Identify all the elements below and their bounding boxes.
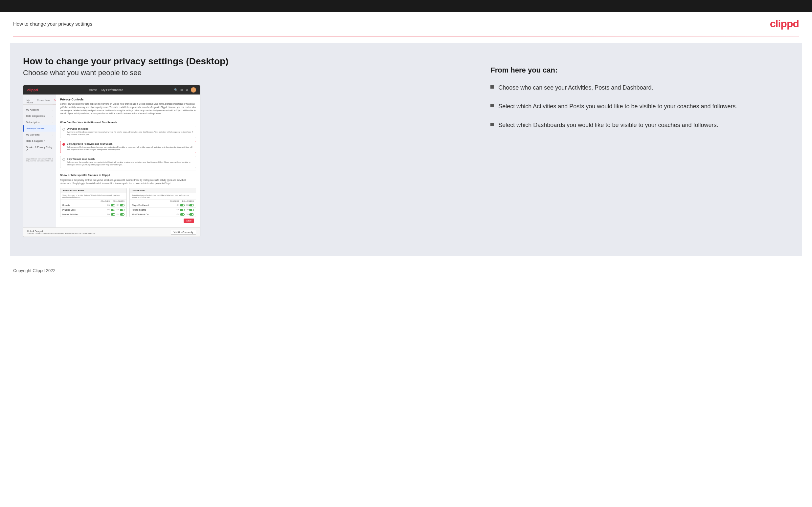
mock-activities-desc: Select the types of activity that you'd … bbox=[60, 193, 126, 200]
mock-sidebar-subscription-label: Subscription bbox=[26, 121, 39, 124]
mock-dashboards-desc: Select the types of activity that you'd … bbox=[130, 193, 196, 200]
mock-toggle-switch-11 bbox=[180, 213, 185, 216]
mock-divider-1 bbox=[60, 118, 196, 118]
mock-sidebar-tabs: My Profile Connections Settings bbox=[23, 97, 56, 105]
mock-activities-header: Activities and Posts bbox=[60, 188, 126, 193]
mock-sidebar-data: Data Integrations › bbox=[23, 113, 56, 119]
mock-radio-onlyyou: Only You and Your Coach Only you and the… bbox=[60, 156, 196, 168]
mock-drills-controls: ON ON bbox=[107, 209, 125, 211]
mock-col-followers-1: FOLLOWERS bbox=[113, 200, 124, 202]
bullet-list: Choose who can see your Activities, Post… bbox=[491, 84, 789, 130]
top-bar bbox=[0, 0, 812, 12]
mock-activities-box: Activities and Posts Select the types of… bbox=[60, 188, 127, 217]
mock-row-rounds: Rounds ON ON bbox=[60, 203, 126, 208]
mock-toggle-switch-6 bbox=[120, 213, 124, 216]
mock-radio-label-everyone: Everyone on Clippd bbox=[67, 128, 194, 130]
mock-sidebar-golfbag-label: My Golf Bag bbox=[26, 133, 39, 136]
left-panel: How to change your privacy settings (Des… bbox=[23, 56, 471, 243]
mock-version: Clippd Client Version: 2022.8.2 SQL Serv… bbox=[23, 156, 56, 164]
mock-drills-followers-toggle: ON bbox=[117, 209, 124, 211]
mock-version-sql: SQL Server Version: 2022.7.30 bbox=[26, 160, 53, 162]
mock-nav: clippd Home My Performance 🔍 ⊞ ⚙ bbox=[23, 85, 200, 95]
mock-player-controls: ON ON bbox=[177, 204, 194, 207]
mock-settings-icon: ⚙ bbox=[186, 88, 188, 92]
mock-toggle-switch-4 bbox=[120, 209, 124, 211]
header-divider bbox=[13, 36, 799, 37]
mock-radio-dot-approved bbox=[62, 143, 65, 146]
mock-sidebar-privacy-label: Privacy Controls bbox=[27, 127, 45, 130]
mock-toggle-switch-10 bbox=[189, 209, 194, 211]
bullet-item-1: Choose who can see your Activities, Post… bbox=[491, 84, 789, 92]
right-panel: From here you can: Choose who can see yo… bbox=[484, 56, 789, 243]
mock-what-coaches-toggle: ON bbox=[177, 213, 185, 216]
mock-row-player-dashboard: Player Dashboard ON ON bbox=[130, 203, 196, 208]
logo: clippd bbox=[770, 18, 799, 30]
header-title: How to change your privacy settings bbox=[13, 21, 92, 26]
mock-grid-icon: ⊞ bbox=[180, 88, 183, 92]
mock-activities-cols: COACHES FOLLOWERS bbox=[60, 200, 126, 203]
mock-divider-2 bbox=[60, 171, 196, 171]
mock-row-manual: Manual Activities ON ON bbox=[60, 212, 126, 217]
bullet-square-2 bbox=[491, 104, 494, 107]
mock-row-what-to-work: What To Work On ON ON bbox=[130, 212, 196, 217]
page-heading: How to change your privacy settings (Des… bbox=[23, 56, 471, 67]
mock-row-drills: Practice Drills ON ON bbox=[60, 208, 126, 212]
mock-round-insights-label: Round Insights bbox=[132, 209, 146, 211]
mock-save-button[interactable]: Save bbox=[184, 219, 194, 223]
mock-main-area: Privacy Controls Control how you and you… bbox=[56, 95, 200, 227]
screenshot-mockup: clippd Home My Performance 🔍 ⊞ ⚙ My Pro bbox=[23, 85, 200, 237]
from-here-title: From here you can: bbox=[491, 66, 789, 74]
mock-drills-label: Practice Drills bbox=[62, 209, 75, 211]
mock-nav-performance: My Performance bbox=[101, 88, 123, 92]
mock-radio-desc-approved: Only approved followers and coaches you … bbox=[67, 146, 194, 151]
mock-what-controls: ON ON bbox=[177, 213, 194, 216]
mock-sidebar-help: Help & Support ↗ bbox=[23, 138, 56, 144]
bullet-square-3 bbox=[491, 123, 494, 126]
mock-dashboards-header: Dashboards bbox=[130, 188, 196, 193]
mock-tab-connections: Connections bbox=[36, 99, 51, 104]
mock-help-title: Help & Support bbox=[27, 230, 96, 232]
mock-radio-desc-onlyyou: Only you and the coaches you connect wit… bbox=[67, 161, 194, 166]
mock-help-content: Help & Support Visit our Clippd communit… bbox=[27, 230, 96, 234]
mock-rounds-followers-toggle: ON bbox=[117, 204, 124, 207]
mock-round-insights-controls: ON ON bbox=[177, 209, 194, 211]
mock-rounds-controls: ON ON bbox=[107, 204, 125, 207]
mock-toggle-switch-3 bbox=[111, 209, 115, 211]
mock-rounds-label: Rounds bbox=[62, 204, 70, 207]
mock-radio-content-onlyyou: Only You and Your Coach Only you and the… bbox=[67, 158, 194, 166]
mock-help-section: Help & Support Visit our Clippd communit… bbox=[23, 227, 200, 237]
bullet-square-1 bbox=[491, 85, 494, 89]
mock-round-followers-toggle: ON bbox=[186, 209, 194, 211]
mock-player-followers-toggle: ON bbox=[186, 204, 194, 207]
mock-radio-label-approved: Only Approved Followers and Your Coach bbox=[67, 143, 194, 145]
mock-who-can-see-title: Who Can See Your Activities and Dashboar… bbox=[60, 121, 196, 124]
mock-toggle-switch-12 bbox=[189, 213, 194, 216]
mock-body: My Profile Connections Settings My Accou… bbox=[23, 95, 200, 227]
mock-what-to-work-label: What To Work On bbox=[132, 213, 148, 216]
mock-chevron-account: › bbox=[53, 109, 53, 111]
main-content: How to change your privacy settings (Des… bbox=[10, 43, 802, 256]
mock-sidebar-account: My Account › bbox=[23, 107, 56, 113]
mock-sidebar-privacy: Privacy Controls › bbox=[23, 125, 56, 131]
mock-manual-label: Manual Activities bbox=[62, 213, 78, 216]
mock-dashboards-box: Dashboards Select the types of activity … bbox=[130, 188, 196, 217]
mock-col-coaches-2: COACHES bbox=[170, 200, 179, 202]
mock-chevron-golfbag: › bbox=[53, 134, 53, 136]
mock-rounds-coaches-toggle: ON bbox=[107, 204, 115, 207]
mock-sidebar-account-label: My Account bbox=[26, 108, 39, 111]
mock-tab-profile: My Profile bbox=[25, 99, 35, 104]
mock-search-icon: 🔍 bbox=[174, 88, 178, 92]
mock-show-hide-desc: Regardless of the privacy controls that … bbox=[60, 178, 196, 185]
mock-toggle-switch-5 bbox=[111, 213, 115, 216]
mock-show-hide-title: Show or hide specific features in Clippd bbox=[60, 174, 196, 177]
footer: Copyright Clippd 2022 bbox=[0, 263, 812, 278]
mock-round-coaches-toggle: ON bbox=[177, 209, 185, 211]
mock-toggle-switch-9 bbox=[180, 209, 185, 211]
mock-row-round-insights: Round Insights ON ON bbox=[130, 208, 196, 212]
mock-chevron-privacy: › bbox=[53, 128, 53, 130]
mock-logo: clippd bbox=[27, 88, 38, 92]
mock-toggle-section: Activities and Posts Select the types of… bbox=[60, 188, 196, 217]
mock-visit-community-button[interactable]: Visit Our Community bbox=[171, 230, 196, 235]
mock-help-desc: Visit our Clippd community to troublesho… bbox=[27, 232, 96, 234]
mock-player-coaches-toggle: ON bbox=[177, 204, 185, 207]
